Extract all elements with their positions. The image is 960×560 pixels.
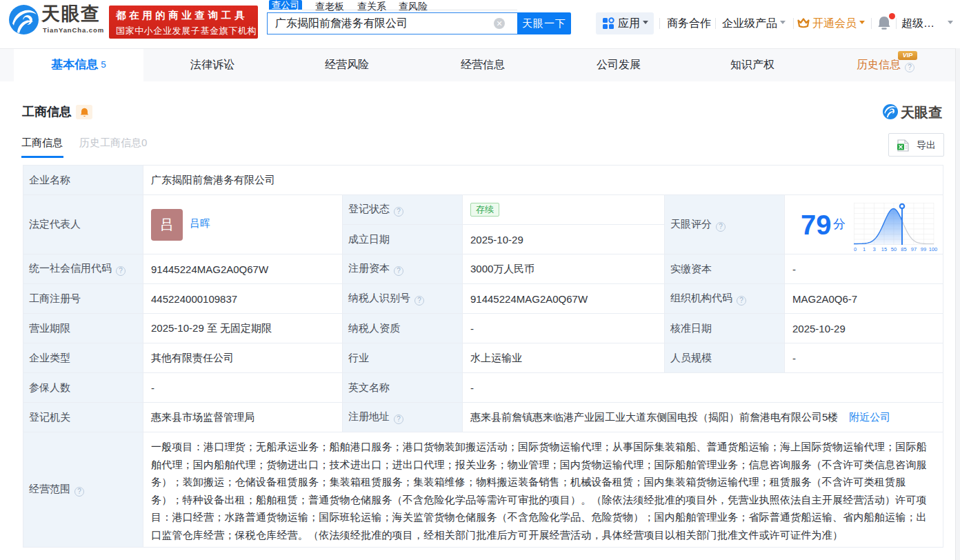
- svg-text:50: 50: [891, 246, 897, 252]
- svg-text:99: 99: [921, 246, 926, 252]
- svg-text:3: 3: [872, 246, 875, 252]
- svg-text:天眼查: 天眼查: [900, 105, 942, 120]
- svg-text:1: 1: [863, 246, 866, 252]
- svg-text:85: 85: [901, 246, 906, 252]
- svg-text:15: 15: [881, 246, 887, 252]
- svg-text:97: 97: [911, 246, 917, 252]
- svg-text:0: 0: [854, 246, 857, 252]
- svg-text:100: 100: [929, 246, 938, 252]
